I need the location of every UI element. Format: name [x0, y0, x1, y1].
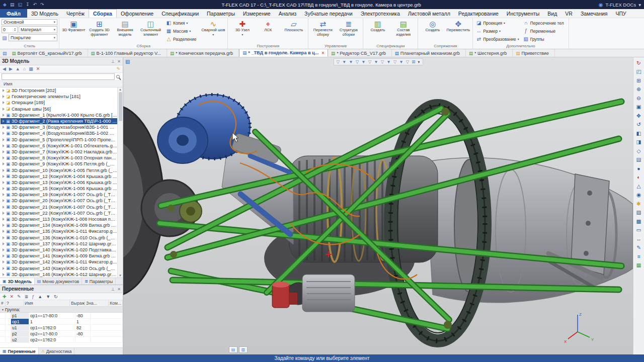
- document-tab[interactable]: ▤ * Редуктор СБ_V17.grb: [328, 49, 392, 57]
- open-document-icon[interactable]: ◰: [634, 68, 643, 75]
- variable-row[interactable]: u2 op2==1?82:0: [0, 337, 123, 343]
- tree-item[interactable]: ◪ Сварные швы [56]: [1, 106, 117, 112]
- tree-item[interactable]: ▣ 3D фрагмент_136 (Кожух\КЖ-1-010 Ось.gr…: [1, 235, 117, 241]
- tree-item[interactable]: ▣ 3D фрагмент_5 (Пропеллер\ПРП-1-000 Про…: [1, 137, 117, 143]
- variable-expression-cell[interactable]: op2==1?-80:0: [29, 331, 75, 336]
- variable-name-cell[interactable]: u1: [11, 325, 29, 330]
- tree-item[interactable]: ▣ 3D фрагмент_135 (Кожух\КЖ-1-011 Фиксат…: [1, 228, 117, 234]
- ribbon-button[interactable]: △ Разделение: [165, 35, 199, 43]
- forward-icon[interactable]: ▶: [9, 66, 13, 71]
- regenerate-model-icon[interactable]: ↻: [634, 59, 643, 66]
- new-document-icon[interactable]: ▤: [10, 2, 15, 7]
- expander-icon[interactable]: [3, 181, 5, 184]
- ribbon-tab[interactable]: Зубчатые передачи: [300, 9, 357, 18]
- display-settings-icon[interactable]: ≡: [634, 252, 643, 260]
- delete-variable-icon[interactable]: ✕: [10, 294, 14, 299]
- tree-item[interactable]: ▣ 3D фрагмент_141 (Кожух\КЖ-1-009 Вилка.…: [1, 253, 117, 259]
- tab-diagnostics[interactable]: ⚠ Диагностика: [39, 348, 75, 354]
- document-tab[interactable]: ▤ В-1-100 Главный редуктор V...: [88, 49, 167, 57]
- wireframe-mode-icon[interactable]: ▤: [634, 156, 643, 163]
- expander-icon[interactable]: [3, 236, 5, 239]
- variable-name-cell[interactable]: p2: [11, 331, 29, 336]
- ribbon-tab[interactable]: Сборка: [89, 9, 117, 18]
- ribbon-tab[interactable]: Файл: [0, 9, 27, 18]
- chevron-down-icon[interactable]: ▾: [638, 2, 641, 8]
- tree-item[interactable]: ▣ 3D фрагмент_12 (Кожух\КЖ-1-004 Крышка.…: [1, 173, 117, 179]
- filter-workplanes-icon[interactable]: ▽: [381, 59, 384, 64]
- undo-icon[interactable]: ↶: [33, 2, 37, 7]
- variable-expression-cell[interactable]: op2==1?82:0: [29, 337, 75, 342]
- ribbon-button[interactable]: ▤ Внешняя модель: [112, 19, 138, 43]
- scene-lights-icon[interactable]: ✱: [634, 200, 643, 207]
- t-flex-docs-menu[interactable]: T-FLEX DOCs: [606, 2, 636, 8]
- ribbon-tab[interactable]: Листовой металл: [404, 9, 454, 18]
- ribbon-tab[interactable]: 3D Модель: [27, 9, 62, 18]
- select-by-window-icon[interactable]: ⊞: [412, 59, 415, 64]
- group-expander-icon[interactable]: ▾: [2, 308, 4, 311]
- document-tab[interactable]: ▤ * Шестерня.grb: [466, 49, 513, 57]
- material-select[interactable]: Материал ▾: [19, 26, 57, 33]
- document-tab[interactable]: ▤ * Коническая передача.grb: [167, 49, 239, 57]
- engine-3d-model[interactable]: [123, 95, 633, 341]
- measure-icon[interactable]: ↔: [634, 235, 643, 242]
- tree-item[interactable]: ▣ 3D фрагмент_10 (Кожух\КЖ-1-005 Петля.g…: [1, 167, 117, 173]
- tab-variables[interactable]: ▦ Переменные: [0, 348, 39, 354]
- document-list-icon[interactable]: ▤: [2, 51, 9, 57]
- tree-item[interactable]: ▣ 3D фрагмент_2 (Рама крепления ТВД\Р-1-…: [1, 118, 117, 124]
- expander-icon[interactable]: [3, 114, 5, 117]
- ribbon-button[interactable]: ▧ Группы: [522, 35, 567, 43]
- grid-column-header[interactable]: Зна...: [85, 300, 109, 306]
- tree-item[interactable]: ▣ 3D фрагмент_146 (Кожух\КЖ-1-012 Шарнир…: [1, 272, 117, 278]
- variable-row[interactable]: u1 op1==1?82:0 82: [0, 325, 123, 331]
- tree-item[interactable]: ▣ 3D фрагмент_134 (Кожух\КЖ-1-009 Вилка.…: [1, 222, 117, 228]
- expander-icon[interactable]: [3, 242, 5, 245]
- ribbon-tab[interactable]: ЧПУ: [612, 9, 630, 18]
- ribbon-button[interactable]: ⇄ Перенести сборку: [310, 19, 336, 43]
- pin-icon[interactable]: ⊥: [111, 287, 114, 292]
- grid-column-header[interactable]: Выражение: [70, 300, 85, 306]
- expander-icon[interactable]: [3, 156, 5, 159]
- save-icon[interactable]: ↧: [26, 2, 30, 7]
- home-icon[interactable]: ⌂: [23, 66, 26, 71]
- tab-parameters[interactable]: ≣ Параметры: [82, 278, 116, 285]
- ribbon-button[interactable]: ▱ Плоскость: [281, 19, 306, 43]
- ribbon-tab[interactable]: VR: [561, 9, 577, 18]
- ribbon-button[interactable]: ◪ Проекция ▾: [474, 19, 520, 27]
- selector-options-icon[interactable]: ▾: [418, 59, 420, 64]
- ribbon-button[interactable]: ◫ Ссылочный элемент: [138, 19, 164, 43]
- ribbon-button[interactable]: ⊞ Создать 3D фрагмент: [87, 19, 112, 43]
- filter-operations-icon[interactable]: ▽: [368, 59, 372, 64]
- zoom-out-icon[interactable]: ⊖: [634, 94, 643, 102]
- close-panel-icon[interactable]: ✕: [117, 287, 121, 292]
- tree-item[interactable]: ▣ 3D фрагмент_4 (Воздухозаборник\ВЗБ-1-0…: [1, 130, 117, 136]
- tab-document-menu[interactable]: ▤ Меню документов: [35, 278, 82, 285]
- document-tab[interactable]: ▤ * _ТВД в гондоле. Камера в ц... ✕: [239, 49, 328, 57]
- tree-item[interactable]: ◪ 3D Построения [202]: [1, 87, 117, 94]
- ribbon-button[interactable]: ✥ Переместить: [445, 19, 471, 43]
- expander-icon[interactable]: [3, 120, 5, 123]
- refresh-variables-icon[interactable]: ↻: [54, 294, 58, 299]
- full-screen-icon[interactable]: ▦: [634, 261, 643, 269]
- clear-selection-icon[interactable]: ▽: [336, 59, 340, 64]
- variable-expression-cell[interactable]: op1==1?82:0: [29, 325, 75, 330]
- variable-name-cell[interactable]: op1: [11, 319, 29, 324]
- coating-select[interactable]: Покрытие ▾: [9, 34, 57, 41]
- open-document-icon[interactable]: ◱: [18, 2, 22, 7]
- filter-faces-icon[interactable]: ▼: [342, 59, 346, 64]
- tree-item[interactable]: ▣ 3D фрагмент_8 (Кожух\КЖ-1-003 Опорная …: [1, 155, 117, 161]
- tree-item[interactable]: ▣ 3D фрагмент_7 (Кожух\КЖ-1-002 Накладка…: [1, 149, 117, 155]
- expander-icon[interactable]: [3, 230, 5, 233]
- tree-item[interactable]: ▣ 3D фрагмент_6 (Кожух\КЖ-1-001 Обтекате…: [1, 143, 117, 149]
- back-icon[interactable]: ◀: [3, 66, 6, 71]
- ribbon-tab[interactable]: Вид: [543, 9, 561, 18]
- ribbon-button[interactable]: ⇄ Преобразование ▾: [474, 35, 520, 43]
- grid-column-header[interactable]: ?: [6, 300, 24, 306]
- variable-comment-cell[interactable]: [91, 319, 123, 324]
- 3d-scene[interactable]: Z X Y: [123, 57, 633, 354]
- expander-icon[interactable]: [3, 212, 5, 215]
- ribbon-button[interactable]: ⌖ ЛСК: [255, 19, 281, 43]
- background-icon[interactable]: ▩: [634, 217, 643, 225]
- page-1-button[interactable]: ▤: [229, 346, 237, 353]
- variables-group-row[interactable]: ▾ Группа:: [0, 307, 123, 313]
- filter-fragments-icon[interactable]: ▼: [374, 59, 378, 64]
